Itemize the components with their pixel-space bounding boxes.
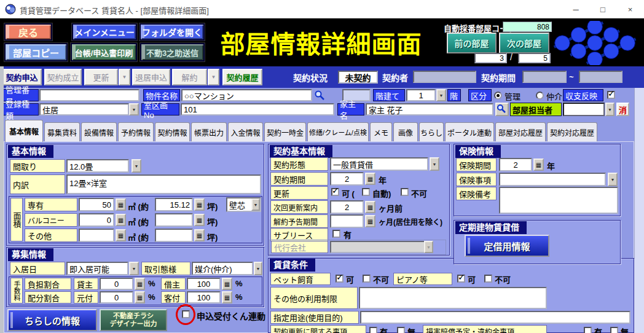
property-name-field[interactable]: ○○マンション [181,89,312,101]
reg-type-dropdown-icon[interactable]: ▼ [129,103,139,116]
division-manage-option[interactable]: 管理 [505,90,520,102]
renewal-ok-checkbox[interactable] [331,188,339,196]
room-copy-button[interactable]: 部屋コピー [4,43,68,61]
room-no-field[interactable]: 101 [181,103,334,116]
balance-reflect-checkbox[interactable] [607,91,615,99]
next-room-button[interactable]: 次の部屋 [499,33,549,53]
tab-flyer[interactable]: ちらし [419,122,444,141]
area-sqm-field[interactable] [79,229,114,242]
moto-pct-field[interactable]: 0 [100,291,133,304]
division-manage-radio[interactable] [494,92,502,100]
tab-payment-info[interactable]: 入金情報 [228,122,263,141]
tab-reservation-info[interactable]: 予約情報 [118,122,154,141]
fudo-send-button[interactable]: 不動3之助送信 [140,43,205,61]
tab-contract-info[interactable]: 契約情報 [155,122,190,141]
tab-recruit-rent[interactable]: 募集賃料 [44,122,80,141]
back-button[interactable]: 戻る [4,23,52,41]
pet-ok-checkbox[interactable] [336,275,344,283]
contract-form-dropdown-icon[interactable]: ▼ [430,157,439,171]
calculator-icon[interactable]: ▦ [222,278,232,290]
moveout-button[interactable]: 退居申込 [132,69,170,85]
terminate-button[interactable]: 解約 [172,69,207,85]
deal-type-field[interactable]: 媒介(仲介) [192,262,253,275]
calculator-icon[interactable]: ▦ [222,291,232,304]
floors-dropdown-icon[interactable]: ▼ [436,89,446,101]
renewal-auto-checkbox[interactable] [362,188,370,196]
insurance-term-field[interactable]: 2 [499,158,532,171]
tab-report-output[interactable]: 帳票出力 [191,122,227,141]
clear-staff-button[interactable]: 消 [616,103,629,116]
uketsuke-link-checkbox[interactable] [182,310,190,318]
insurance-matter-dropdown-icon[interactable]: ▼ [608,173,618,186]
area-sqm-field[interactable]: 50 [79,198,114,211]
calculator-icon[interactable]: ▦ [116,198,126,211]
layout-dropdown-icon[interactable]: ▼ [132,159,141,173]
sublease-checkbox[interactable] [332,230,340,238]
contract-form-field[interactable]: 一般賃貸借 [330,157,428,171]
tab-memo[interactable]: メモ [370,122,392,141]
prev-room-button[interactable]: 前の部屋 [447,33,497,53]
main-menu-button[interactable]: メインメニュー [72,23,137,41]
contract-term-field[interactable]: 2 [330,172,364,186]
tab-contract-lump-sum[interactable]: 契約一時金 [264,122,306,141]
tab-room-history[interactable]: 部屋対応履歴 [495,122,546,141]
calculator-icon[interactable]: ▦ [116,229,126,241]
other-restrictions-field[interactable] [359,287,547,309]
fixed-term-info-button[interactable]: 定借用情報 [465,235,549,257]
damage-yes-checkbox[interactable] [584,327,592,333]
movein-date-field[interactable]: 即入居可能 [66,262,128,275]
tab-image[interactable]: 画像 [393,122,418,141]
tab-portal-link[interactable]: ポータル連動 [445,122,494,141]
contract-apply-button[interactable]: 契約申込 [2,69,42,85]
layout-field[interactable]: 12.0畳 [66,159,129,173]
calculator-icon[interactable]: ▦ [116,214,126,226]
mgmt-no-field[interactable] [39,89,139,101]
floors-field[interactable]: 1 [406,89,436,101]
owner-name-field[interactable]: 家主 花子 [366,103,493,116]
layout-detail-field[interactable]: 12畳×洋室 [66,174,261,194]
contract-establish-button[interactable]: 契約成立 [44,69,82,85]
area-tsubo-field[interactable] [155,213,193,227]
area-tsubo-field[interactable]: 15.12 [155,198,193,211]
damage-no-checkbox[interactable] [610,327,618,333]
tab-contract-history[interactable]: 契約対応履歴 [547,122,597,141]
renew-dropdown-icon[interactable]: ▼ [119,69,130,85]
deal-dropdown-icon[interactable]: ▼ [254,262,262,275]
lessor-pct-field[interactable]: 0 [100,278,133,290]
area-tsubo-field[interactable] [155,229,193,242]
area-sqm-field[interactable]: 0 [79,213,114,227]
calculator-icon[interactable]: ▦ [194,214,205,226]
cancel-notice-field[interactable] [330,214,364,228]
tab-facility-info[interactable]: 設備情報 [81,122,117,141]
movein-dropdown-icon[interactable]: ▼ [129,262,139,275]
calculator-icon[interactable]: ▦ [135,278,145,290]
division-broker-option[interactable]: 仲介 [546,90,562,102]
renewal-no-checkbox[interactable] [401,188,409,196]
tenant-pct-field[interactable]: 100 [187,278,221,290]
calculator-icon[interactable]: ▦ [365,215,375,227]
tab-basic-info[interactable]: 基本情報 [5,120,43,142]
tab-repair-claim[interactable]: 修繕/クレーム/点検 [307,122,369,141]
contract-history-button[interactable]: 契約履歴 [222,69,262,85]
minimize-button[interactable]: ─ [562,0,589,18]
calculator-icon[interactable]: ▦ [533,159,544,171]
pet-ng-checkbox[interactable] [363,275,371,283]
piano-ok-checkbox[interactable] [457,275,465,283]
ledger-print-button[interactable]: 台帳/申込書印刷 [71,43,137,61]
terminate-dropdown-icon[interactable]: ▼ [208,69,219,85]
calculator-icon[interactable]: ▦ [365,201,375,213]
calculator-icon[interactable]: ▦ [194,229,205,241]
renewal-matter-yes-checkbox[interactable] [369,327,377,333]
division-broker-radio[interactable] [536,92,544,100]
insurance-note-field[interactable] [499,187,618,214]
property-search-icon[interactable] [314,90,325,101]
piano-ng-checkbox[interactable] [484,275,492,283]
vertical-scrollbar[interactable] [634,88,644,333]
renewal-matter-no-checkbox[interactable] [397,327,405,333]
open-folder-button[interactable]: フォルダを開く [139,23,205,41]
insurance-matter-field[interactable] [499,173,606,186]
designated-use-field[interactable] [360,311,630,324]
calculator-icon[interactable]: ▦ [135,291,145,304]
calculator-icon[interactable]: ▦ [194,198,205,211]
room-staff-field[interactable] [563,103,605,116]
